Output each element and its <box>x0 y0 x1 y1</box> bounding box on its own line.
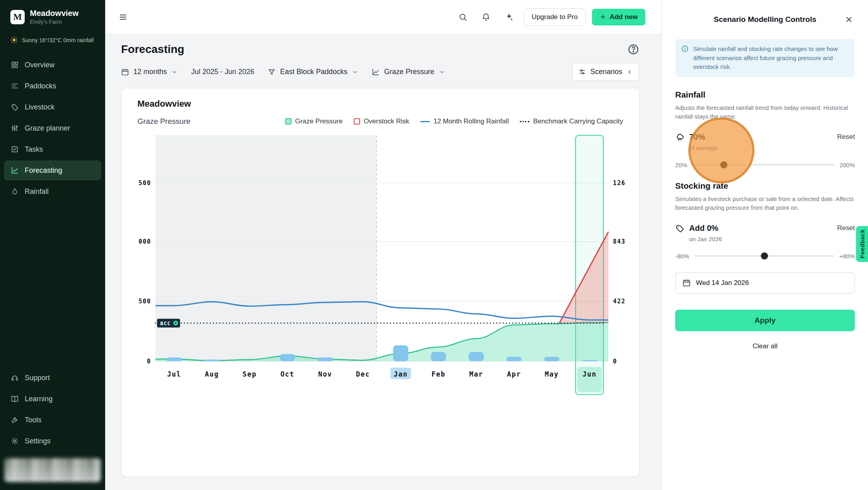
info-icon <box>681 45 689 53</box>
book-icon <box>11 395 19 403</box>
scenarios-button[interactable]: Scenarios <box>572 63 639 81</box>
add-new-button[interactable]: Add new <box>592 9 645 25</box>
sidebar-item-forecasting[interactable]: Forecasting <box>4 160 101 180</box>
menu-toggle-button[interactable] <box>115 9 131 25</box>
svg-text:Mar: Mar <box>469 370 483 378</box>
svg-text:Dec: Dec <box>356 370 370 378</box>
stocking-heading: Stocking rate <box>675 181 855 191</box>
svg-text:422: 422 <box>613 298 626 305</box>
sidebar: M Meadowview Emily's Farm Sunny 16°/32°C… <box>0 0 105 490</box>
svg-text:Apr: Apr <box>507 370 521 378</box>
rainfall-slider-handle[interactable] <box>720 161 727 168</box>
info-banner: Simulate rainfall and stocking rate chan… <box>675 39 855 77</box>
clear-all-link[interactable]: Clear all <box>675 342 855 350</box>
brand-name: Meadowview <box>30 9 78 18</box>
rainfall-slider-track[interactable] <box>693 164 834 166</box>
sidebar-item-overview[interactable]: Overview <box>4 55 101 75</box>
svg-text:0: 0 <box>613 358 617 365</box>
time-range-dropdown[interactable]: 12 months <box>121 68 178 76</box>
feedback-tab[interactable]: Feedback <box>856 226 868 262</box>
plus-icon <box>600 14 606 20</box>
rainfall-reset-link[interactable]: Reset <box>837 133 855 141</box>
rows-icon <box>11 82 19 90</box>
chevron-left-icon <box>627 69 633 75</box>
rainfall-sub-label: of average <box>689 144 855 151</box>
sliders-icon <box>578 68 586 76</box>
upgrade-to-pro-button[interactable]: Upgrade to Pro <box>524 8 586 26</box>
notifications-button[interactable] <box>478 9 494 25</box>
svg-text:Aug: Aug <box>205 370 219 378</box>
search-button[interactable] <box>455 9 471 25</box>
grid-icon <box>11 61 19 69</box>
apply-button[interactable]: Apply <box>675 310 855 331</box>
time-range-label: 12 months <box>133 68 167 76</box>
sidebar-item-rainfall[interactable]: Rainfall <box>4 182 101 201</box>
main-body: Forecasting 12 months Jul 2025 - Jun 202… <box>105 34 662 477</box>
metric-label: Graze Pressure <box>384 68 434 76</box>
stocking-slider-handle[interactable] <box>761 252 768 260</box>
svg-text:BCC: BCC <box>160 320 170 326</box>
page-title: Forecasting <box>121 43 184 56</box>
rainfall-slider-max: 200% <box>840 162 855 168</box>
main-column: Upgrade to Pro Add new Forecasting 12 mo… <box>105 0 662 490</box>
stocking-sub-label: on Jan 2026 <box>689 236 855 242</box>
sidebar-item-support[interactable]: Support <box>4 368 101 388</box>
svg-text:0: 0 <box>147 358 151 365</box>
close-panel-button[interactable] <box>841 12 856 27</box>
svg-text:126: 126 <box>613 180 626 187</box>
sun-icon <box>10 36 18 44</box>
weather-summary: Sunny 16°/32°C 0mm rainfall <box>0 25 105 44</box>
sidebar-item-paddocks[interactable]: Paddocks <box>4 76 101 96</box>
forecast-chart-card: Meadowview Graze Pressure Graze Pressure… <box>121 88 639 477</box>
rainfall-heading: Rainfall <box>675 90 855 100</box>
sidebar-item-learning[interactable]: Learning <box>4 389 101 409</box>
sidebar-item-settings[interactable]: Settings <box>4 431 101 451</box>
sliders-v-icon <box>11 124 19 132</box>
topbar: Upgrade to Pro Add new <box>105 0 662 34</box>
gear-icon <box>11 437 19 445</box>
search-icon <box>458 13 467 21</box>
app-root: M Meadowview Emily's Farm Sunny 16°/32°C… <box>0 0 868 490</box>
stocking-slider-min: -80% <box>675 253 689 260</box>
panel-title: Scenario Modelling Controls <box>714 15 817 24</box>
calendar-icon <box>682 279 691 287</box>
metric-dropdown[interactable]: Graze Pressure <box>372 68 445 76</box>
sidebar-item-livestock[interactable]: Livestock <box>4 97 101 117</box>
chevron-down-icon <box>439 69 445 75</box>
sidebar-item-tasks[interactable]: Tasks <box>4 139 101 159</box>
ai-assistant-button[interactable] <box>501 9 517 25</box>
user-account-blurred[interactable] <box>4 458 101 482</box>
sidebar-item-graze-planner[interactable]: Graze planner <box>4 118 101 138</box>
headset-icon <box>11 374 19 382</box>
rainfall-description: Adjusts the forecasted rainfall trend fr… <box>675 103 855 121</box>
svg-text:500: 500 <box>139 298 151 305</box>
sidebar-item-label: Paddocks <box>25 82 56 90</box>
bell-icon <box>482 13 490 21</box>
sidebar-item-label: Overview <box>25 61 55 69</box>
sidebar-item-label: Rainfall <box>25 187 49 196</box>
app-logo: M <box>10 10 25 24</box>
sidebar-item-label: Settings <box>25 437 51 445</box>
sparkles-icon <box>505 13 513 21</box>
scenario-panel: Scenario Modelling Controls Simulate rai… <box>662 0 868 490</box>
svg-text:Feb: Feb <box>431 370 445 378</box>
tag-icon <box>675 224 684 233</box>
filters-row: 12 months Jul 2025 - Jun 2026 East Block… <box>121 63 639 81</box>
stocking-description: Simulates a livestock purchase or sale f… <box>675 195 855 213</box>
stocking-slider-track[interactable] <box>695 255 834 257</box>
sidebar-item-label: Tools <box>25 416 41 424</box>
chevron-down-icon <box>171 69 178 75</box>
forecast-chart[interactable]: BCC50000050001268434220JulAugSepOctNovDe… <box>121 88 639 476</box>
sidebar-nav: OverviewPaddocksLivestockGraze plannerTa… <box>0 55 105 201</box>
sidebar-item-tools[interactable]: Tools <box>4 410 101 430</box>
date-range-label: Jul 2025 - Jun 2026 <box>191 68 254 76</box>
brand-row: M Meadowview Emily's Farm <box>0 0 105 25</box>
sidebar-item-label: Livestock <box>25 103 55 111</box>
paddocks-dropdown[interactable]: East Block Paddocks <box>268 68 358 76</box>
scenario-date-value: Wed 14 Jan 2026 <box>696 279 749 287</box>
svg-text:000: 000 <box>139 238 151 245</box>
scenario-date-field[interactable]: Wed 14 Jan 2026 <box>675 272 855 294</box>
rainfall-value: 70% <box>689 133 705 142</box>
help-icon[interactable] <box>627 43 639 55</box>
stocking-reset-link[interactable]: Reset <box>837 224 855 232</box>
